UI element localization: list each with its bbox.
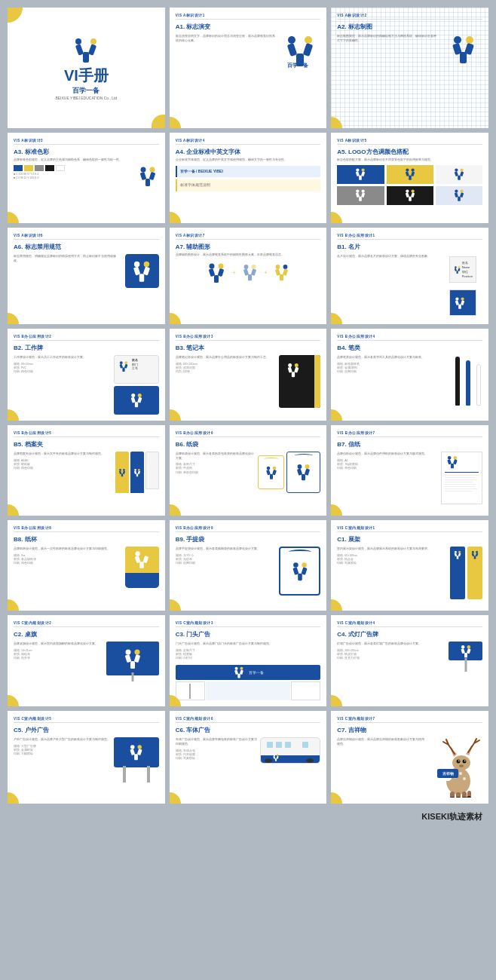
b3-card: VIS B办公应用设计3 B3. 笔记本 品牌笔记本设计规范，展示品牌办公用品的… <box>170 329 327 421</box>
b6-card: VIS B办公应用设计6 B6. 纸袋 品牌纸袋设计规范，展示各类纸质包装袋的标… <box>170 425 327 516</box>
svg-point-61 <box>144 261 149 266</box>
c3-col-3 <box>291 681 320 700</box>
a7-header: VIS A标识设计7 <box>176 234 321 240</box>
b8-cup <box>125 547 159 588</box>
svg-rect-72 <box>243 268 249 275</box>
svg-point-65 <box>210 263 215 268</box>
a3-logo-small <box>136 166 159 187</box>
svg-rect-39 <box>409 176 412 180</box>
a5-body: 标志色彩搭配方案，展示品牌标识在不同背景色彩下的应用效果与规范。 <box>337 158 482 162</box>
svg-point-90 <box>120 361 123 364</box>
svg-rect-99 <box>135 402 138 407</box>
svg-point-6 <box>305 36 312 44</box>
svg-point-100 <box>289 363 292 367</box>
svg-point-1 <box>90 38 96 44</box>
b8-deco-bl <box>8 599 19 611</box>
b6-bag-large <box>286 452 320 493</box>
svg-rect-87 <box>455 300 459 305</box>
c6-body: 车体广告设计规范，展示品牌车辆包装的标准广告设计方案与印刷规范。 <box>176 737 258 746</box>
svg-rect-37 <box>405 171 409 176</box>
b1-card-text: 姓名 Name 职位 Position <box>462 261 473 279</box>
a4-font-display: 百学一备 / BEIXUE YIBEI <box>180 169 318 175</box>
svg-point-25 <box>140 167 145 173</box>
logo-on-white <box>452 167 466 181</box>
svg-point-71 <box>252 265 256 269</box>
b5-specs: 规格: A4/A3材质: 硬纸板印刷: 四色印刷 <box>14 459 112 471</box>
svg-rect-144 <box>457 556 459 559</box>
svg-rect-117 <box>266 469 271 475</box>
corner-decoration-tl <box>8 8 23 23</box>
svg-rect-58 <box>460 192 464 198</box>
svg-rect-104 <box>292 372 295 377</box>
c2-body: 品牌桌旗设计规范，展示室内桌面旗帜的标准品牌化设计方案。 <box>14 642 103 646</box>
svg-point-70 <box>244 265 249 269</box>
c5-deco-bl <box>8 792 19 804</box>
b5-folders <box>115 452 159 493</box>
a2-logo-grid <box>441 34 482 72</box>
b1-logo-on-card <box>453 263 461 277</box>
svg-point-181 <box>459 765 464 768</box>
svg-rect-113 <box>137 470 140 474</box>
a5-card: VIS A标识设计5 A5. LOGO方色调颜色搭配 标志色彩搭配方案，展示品牌… <box>331 133 488 223</box>
b8-card: VIS B办公应用设计8 B8. 纸杯 品牌纸杯设计规范，展示一次性纸杯的标准品… <box>8 520 165 611</box>
svg-point-40 <box>455 169 458 172</box>
b7-card: VIS B办公应用设计7 B7. 信纸 品牌信纸设计规范，展示品牌信件用纸的标准… <box>331 425 488 516</box>
c6-deco-bl <box>170 792 181 804</box>
svg-rect-7 <box>287 43 298 57</box>
b4-title: B4. 笔类 <box>337 344 482 352</box>
svg-rect-143 <box>458 553 461 556</box>
b2-body: 工作牌设计规范，展示员工工作证件的标准设计方案。 <box>14 355 111 360</box>
c1-deco-bl <box>331 599 342 611</box>
svg-point-111 <box>138 469 140 471</box>
svg-rect-173 <box>277 756 279 759</box>
b5-folder-white <box>145 452 159 489</box>
c3-storefront-columns <box>176 681 321 700</box>
svg-text:吉祥物: 吉祥物 <box>442 771 454 776</box>
c4-lightbox-logo <box>458 645 473 658</box>
svg-point-165 <box>130 746 135 750</box>
svg-point-166 <box>138 746 142 750</box>
c5-billboard <box>114 737 159 767</box>
c6-card: VIS C室内规划设计6 C6. 车体广告 车体广告设计规范，展示品牌车辆包装的… <box>170 711 327 804</box>
svg-rect-186 <box>456 792 461 798</box>
svg-point-76 <box>283 265 287 269</box>
logo-on-blue <box>354 167 367 181</box>
svg-rect-128 <box>453 459 458 464</box>
c3-storefront: 百学一备 <box>176 665 321 680</box>
svg-rect-102 <box>288 367 292 373</box>
c1-banner-yellow <box>467 547 482 599</box>
svg-rect-4 <box>83 52 89 63</box>
c3-col-2 <box>206 681 290 700</box>
svg-point-21 <box>466 36 473 44</box>
svg-rect-139 <box>298 573 302 580</box>
b7-line-8 <box>445 491 472 492</box>
svg-rect-43 <box>460 171 464 176</box>
b3-notebook <box>279 355 320 408</box>
b7-line-6 <box>445 486 475 488</box>
svg-rect-158 <box>240 670 243 675</box>
svg-rect-112 <box>133 470 136 474</box>
c3-col-1 <box>176 681 205 700</box>
svg-rect-73 <box>251 268 256 275</box>
c5-body: 户外广告设计规范，展示品牌户外大型广告的标准设计方案与制作规范。 <box>14 737 111 742</box>
b6-body: 品牌纸袋设计规范，展示各类纸质包装袋的标准品牌化设计方案。 <box>176 452 256 460</box>
logo-cell-blue <box>337 165 384 184</box>
svg-rect-27 <box>139 172 146 180</box>
svg-rect-109 <box>121 473 122 476</box>
svg-rect-83 <box>458 268 461 271</box>
a2-body: 标志制图规范，展示品牌标识的精确绘制方法与网格系统，确保标识在各种尺寸下的准确性… <box>337 34 438 42</box>
svg-rect-79 <box>280 274 283 280</box>
a5-deco-bl <box>331 212 342 223</box>
svg-point-51 <box>411 190 414 193</box>
svg-point-171 <box>277 755 279 757</box>
a3-title: A3. 标准色彩 <box>14 148 159 156</box>
a4-title: A4. 企业标准中英文字体 <box>176 148 321 156</box>
svg-point-5 <box>288 36 295 44</box>
c6-specs: 规格: 车体全包材质: 汽车贴膜印刷: 写真喷绘 <box>176 749 258 761</box>
swatch-gray <box>35 165 44 171</box>
svg-rect-147 <box>472 553 475 556</box>
cover-company: BEIXUE YIBEI EDUCATION Co., Ltd <box>55 96 117 100</box>
b2-badge-info: 姓名 部门 工号 <box>132 359 138 380</box>
svg-rect-54 <box>409 197 412 201</box>
b3-title: B3. 笔记本 <box>176 344 321 352</box>
